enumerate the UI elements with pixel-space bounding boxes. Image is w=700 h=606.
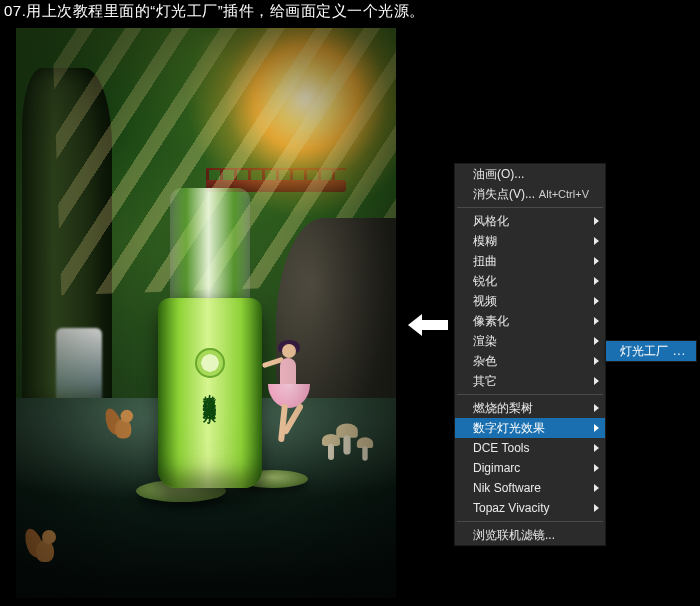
menu-item[interactable]: 油画(O)... (455, 164, 605, 184)
submenu-item-label: 灯光工厂 (620, 343, 668, 360)
menu-item-label: 渲染 (473, 333, 497, 350)
menu-separator (457, 394, 603, 395)
bottle-logo-icon (195, 348, 225, 378)
filter-context-menu[interactable]: 油画(O)...消失点(V)...Alt+Ctrl+V风格化模糊扭曲锐化视频像素… (454, 163, 606, 546)
menu-separator (457, 521, 603, 522)
menu-item-label: Nik Software (473, 481, 541, 495)
submenu-item[interactable]: 灯光工厂... (606, 341, 696, 361)
menu-item-label: 风格化 (473, 213, 509, 230)
menu-item[interactable]: 杂色 (455, 351, 605, 371)
menu-item-label: 浏览联机滤镜... (473, 527, 555, 544)
menu-separator (457, 207, 603, 208)
cosmetic-bottle: 水嫩倍现盈透精华水 (158, 188, 262, 488)
menu-item[interactable]: 风格化 (455, 211, 605, 231)
menu-item[interactable]: 模糊 (455, 231, 605, 251)
menu-item-label: 模糊 (473, 233, 497, 250)
menu-item-label: 燃烧的梨树 (473, 400, 533, 417)
menu-item-label: 油画(O)... (473, 166, 524, 183)
menu-item[interactable]: DCE Tools (455, 438, 605, 458)
menu-item-label: 数字灯光效果 (473, 420, 545, 437)
mushroom-cluster (322, 426, 378, 466)
menu-item-shortcut: Alt+Ctrl+V (539, 188, 589, 200)
menu-item-label: Topaz Vivacity (473, 501, 549, 515)
menu-item-label: 杂色 (473, 353, 497, 370)
squirrel (110, 408, 141, 444)
menu-item[interactable]: 燃烧的梨树 (455, 398, 605, 418)
menu-item[interactable]: 其它 (455, 371, 605, 391)
composite-artwork: 水嫩倍现盈透精华水 (16, 28, 396, 598)
menu-item[interactable]: 锐化 (455, 271, 605, 291)
menu-item-label: 锐化 (473, 273, 497, 290)
squirrel (30, 528, 64, 568)
annotation-arrow-icon (408, 314, 448, 336)
menu-item[interactable]: 视频 (455, 291, 605, 311)
bottle-label: 水嫩倍现盈透精华水 (158, 348, 262, 406)
menu-item[interactable]: Digimarc (455, 458, 605, 478)
bottle-cap (170, 188, 250, 306)
menu-item[interactable]: 消失点(V)...Alt+Ctrl+V (455, 184, 605, 204)
step-caption: 07.用上次教程里面的“灯光工厂”插件，给画面定义一个光源。 (0, 0, 700, 27)
menu-item-label: 消失点(V)... (473, 186, 535, 203)
ballerina-fairy (260, 340, 330, 450)
menu-item[interactable]: 像素化 (455, 311, 605, 331)
menu-item-label: 扭曲 (473, 253, 497, 270)
menu-item[interactable]: Topaz Vivacity (455, 498, 605, 518)
menu-item[interactable]: 扭曲 (455, 251, 605, 271)
menu-item[interactable]: 数字灯光效果 (455, 418, 605, 438)
menu-item-label: 视频 (473, 293, 497, 310)
menu-item[interactable]: 渲染 (455, 331, 605, 351)
menu-item-label: 像素化 (473, 313, 509, 330)
filter-submenu[interactable]: 灯光工厂... (605, 340, 697, 362)
menu-item-label: Digimarc (473, 461, 520, 475)
bottle-product-name: 水嫩倍现盈透精华水 (202, 384, 219, 402)
ellipsis-icon: ... (673, 344, 686, 358)
menu-item[interactable]: 浏览联机滤镜... (455, 525, 605, 545)
menu-item[interactable]: Nik Software (455, 478, 605, 498)
menu-item-label: DCE Tools (473, 441, 529, 455)
menu-item-label: 其它 (473, 373, 497, 390)
